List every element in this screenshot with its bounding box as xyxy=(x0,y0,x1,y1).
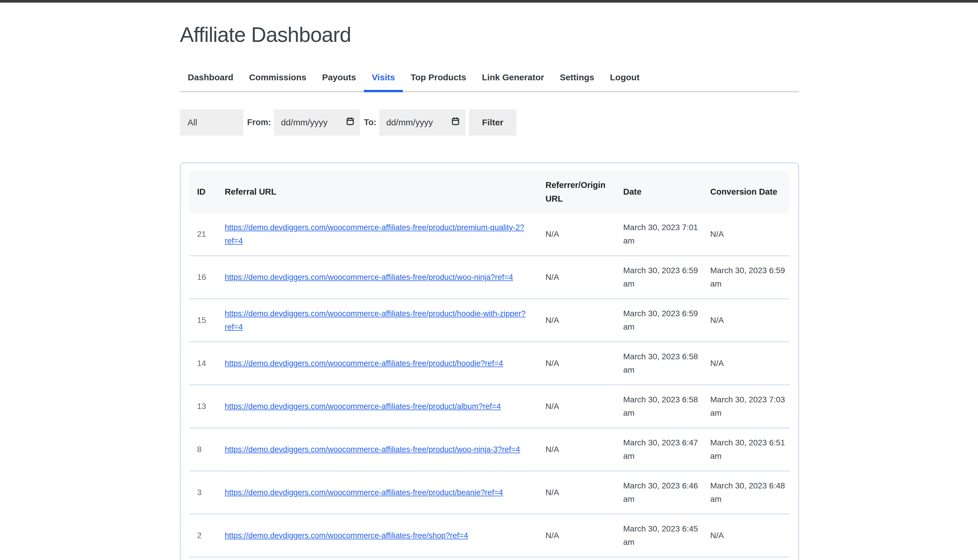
visit-type-select[interactable]: All xyxy=(180,109,243,135)
calendar-icon[interactable] xyxy=(451,117,460,128)
visit-type-select-value: All xyxy=(187,118,197,127)
referrer-origin-cell: N/A xyxy=(537,213,615,256)
referral-url-cell: https://demo.devdiggers.com/woocommerce-… xyxy=(217,515,537,558)
visit-id: 13 xyxy=(189,385,217,428)
referral-url-cell: https://demo.devdiggers.com/woocommerce-… xyxy=(217,256,537,299)
table-row: 14 https://demo.devdiggers.com/woocommer… xyxy=(189,342,789,385)
browser-top-strip xyxy=(0,0,978,3)
page-title: Affiliate Dashboard xyxy=(180,23,799,47)
to-label: To: xyxy=(364,118,376,127)
tab[interactable]: Commissions xyxy=(241,72,314,91)
visits-table: ID Referral URL Referrer/Origin URL Date… xyxy=(189,171,789,558)
referrer-origin-cell: N/A xyxy=(537,515,615,558)
conversion-date-cell: N/A xyxy=(703,213,789,256)
referrer-origin-cell: N/A xyxy=(537,472,615,515)
referral-url-link[interactable]: https://demo.devdiggers.com/woocommerce-… xyxy=(225,309,526,331)
table-row: 15 https://demo.devdiggers.com/woocommer… xyxy=(189,299,789,342)
tab[interactable]: Top Products xyxy=(403,72,474,91)
conversion-date-cell: March 30, 2023 6:59 am xyxy=(703,256,789,299)
calendar-icon[interactable] xyxy=(345,117,355,128)
date-cell: March 30, 2023 6:46 am xyxy=(615,472,703,515)
tab-bar: DashboardCommissionsPayoutsVisitsTop Pro… xyxy=(180,72,799,92)
referral-url-link[interactable]: https://demo.devdiggers.com/woocommerce-… xyxy=(225,402,501,411)
referrer-origin-cell: N/A xyxy=(537,428,615,472)
referral-url-cell: https://demo.devdiggers.com/woocommerce-… xyxy=(217,385,537,428)
date-cell: March 30, 2023 6:59 am xyxy=(615,256,703,299)
referral-url-link[interactable]: https://demo.devdiggers.com/woocommerce-… xyxy=(225,488,503,497)
referrer-origin-cell: N/A xyxy=(537,299,615,342)
tab[interactable]: Settings xyxy=(552,72,602,91)
visits-table-card: ID Referral URL Referrer/Origin URL Date… xyxy=(180,162,799,560)
conversion-date-cell: March 30, 2023 7:03 am xyxy=(703,385,789,428)
column-header-referral-url: Referral URL xyxy=(217,171,537,213)
column-header-conversion-date: Conversion Date xyxy=(703,171,789,213)
tab[interactable]: Visits xyxy=(364,72,403,91)
filter-bar: All From: dd/mm/yyyy To: dd/mm/yyyy xyxy=(180,109,799,135)
table-row: 2 https://demo.devdiggers.com/woocommerc… xyxy=(189,515,789,558)
table-row: 21 https://demo.devdiggers.com/woocommer… xyxy=(189,213,789,256)
filter-button[interactable]: Filter xyxy=(469,109,516,135)
tab[interactable]: Dashboard xyxy=(180,72,241,91)
column-header-date: Date xyxy=(615,171,703,213)
referral-url-cell: https://demo.devdiggers.com/woocommerce-… xyxy=(217,472,537,515)
table-row: 13 https://demo.devdiggers.com/woocommer… xyxy=(189,385,789,428)
affiliate-dashboard-page: Affiliate Dashboard DashboardCommissions… xyxy=(180,23,799,560)
from-date-input[interactable]: dd/mm/yyyy xyxy=(274,109,360,135)
date-cell: March 30, 2023 6:58 am xyxy=(615,342,703,385)
visit-id: 16 xyxy=(189,256,217,299)
referral-url-link[interactable]: https://demo.devdiggers.com/woocommerce-… xyxy=(225,359,503,368)
to-date-input[interactable]: dd/mm/yyyy xyxy=(379,109,466,135)
referral-url-link[interactable]: https://demo.devdiggers.com/woocommerce-… xyxy=(225,445,520,454)
to-date-placeholder: dd/mm/yyyy xyxy=(386,118,433,127)
date-cell: March 30, 2023 6:59 am xyxy=(615,299,703,342)
from-label: From: xyxy=(247,118,271,127)
referrer-origin-cell: N/A xyxy=(537,342,615,385)
date-cell: March 30, 2023 6:45 am xyxy=(615,515,703,558)
conversion-date-cell: N/A xyxy=(703,515,789,558)
table-row: 8 https://demo.devdiggers.com/woocommerc… xyxy=(189,428,789,472)
referral-url-cell: https://demo.devdiggers.com/woocommerce-… xyxy=(217,299,537,342)
referral-url-link[interactable]: https://demo.devdiggers.com/woocommerce-… xyxy=(225,223,524,245)
column-header-referrer-origin-url: Referrer/Origin URL xyxy=(537,171,615,213)
referrer-origin-cell: N/A xyxy=(537,385,615,428)
from-date-placeholder: dd/mm/yyyy xyxy=(281,118,327,127)
referrer-origin-cell: N/A xyxy=(537,256,615,299)
conversion-date-cell: March 30, 2023 6:48 am xyxy=(703,472,789,515)
tab[interactable]: Link Generator xyxy=(474,72,552,91)
tab[interactable]: Logout xyxy=(602,72,648,91)
date-cell: March 30, 2023 6:47 am xyxy=(615,428,703,472)
conversion-date-cell: N/A xyxy=(703,342,789,385)
table-row: 3 https://demo.devdiggers.com/woocommerc… xyxy=(189,472,789,515)
visit-id: 2 xyxy=(189,515,217,558)
visit-id: 14 xyxy=(189,342,217,385)
conversion-date-cell: N/A xyxy=(703,299,789,342)
visit-id: 21 xyxy=(189,213,217,256)
table-row: 16 https://demo.devdiggers.com/woocommer… xyxy=(189,256,789,299)
column-header-id: ID xyxy=(189,171,217,213)
table-header-row: ID Referral URL Referrer/Origin URL Date… xyxy=(189,171,789,213)
referral-url-cell: https://demo.devdiggers.com/woocommerce-… xyxy=(217,428,537,472)
visit-id: 3 xyxy=(189,472,217,515)
tab[interactable]: Payouts xyxy=(314,72,364,91)
visit-id: 8 xyxy=(189,428,217,472)
conversion-date-cell: March 30, 2023 6:51 am xyxy=(703,428,789,472)
referral-url-cell: https://demo.devdiggers.com/woocommerce-… xyxy=(217,342,537,385)
referral-url-cell: https://demo.devdiggers.com/woocommerce-… xyxy=(217,213,537,256)
date-cell: March 30, 2023 6:58 am xyxy=(615,385,703,428)
date-cell: March 30, 2023 7:01 am xyxy=(615,213,703,256)
referral-url-link[interactable]: https://demo.devdiggers.com/woocommerce-… xyxy=(225,273,513,282)
visit-id: 15 xyxy=(189,299,217,342)
referral-url-link[interactable]: https://demo.devdiggers.com/woocommerce-… xyxy=(225,531,468,540)
